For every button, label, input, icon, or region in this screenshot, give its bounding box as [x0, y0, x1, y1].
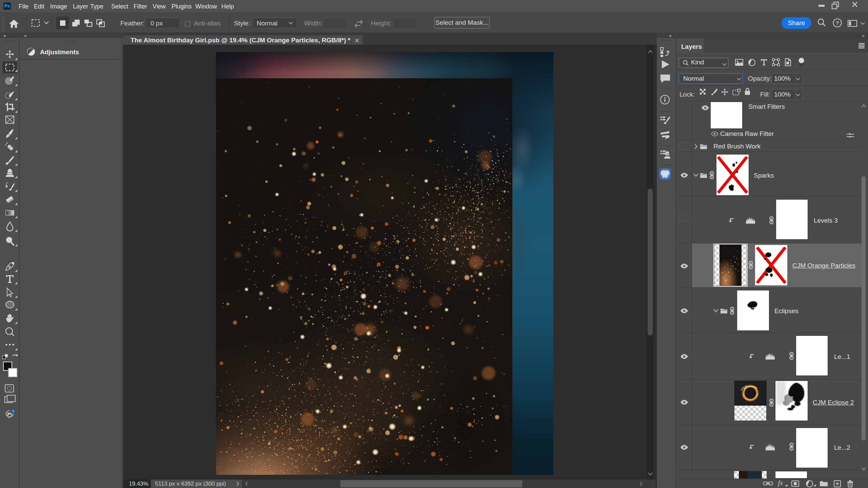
svg-text:?: ?	[836, 20, 839, 26]
